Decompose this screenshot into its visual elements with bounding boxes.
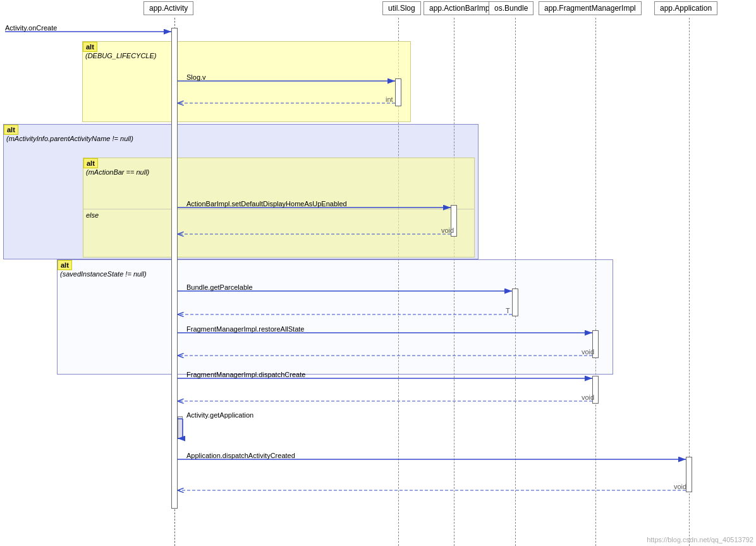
frame-actionbar-divider [83,209,474,209]
return-void-restore: void [582,348,594,356]
label-restoreallstate: FragmentManagerImpl.restoreAllState [186,325,304,333]
participant-activity: app.Activity [143,1,193,15]
activation-slog [395,78,401,106]
participant-actionbar: app.ActionBarImpl [424,1,497,15]
label-oncreate: Activity.onCreate [5,24,57,32]
return-t: T [506,307,510,314]
label-slog-v: Slog.v [186,73,206,81]
sequence-diagram: app.Activity util.Slog app.ActionBarImpl… [0,0,756,546]
label-dispatchcreate: FragmentManagerImpl.dispatchCreate [186,371,305,378]
label-dispatchactivitycreated: Application.dispatchActivityCreated [186,452,295,459]
return-void-app: void [674,483,686,490]
return-void-dispatch: void [582,394,594,401]
frame-parent-activity: alt (mActivityInfo.parentActivityName !=… [3,124,479,259]
frame-savedstate: alt (savedInstanceState != null) [57,259,613,375]
frame-parent-label: alt [4,125,18,135]
frame-debug-lifecycle: alt (DEBUG_LIFECYCLE) [82,41,411,122]
frame-debug-label: alt [83,42,97,52]
participant-fragmentmgr: app.FragmentManagerImpl [539,1,642,15]
watermark: https://blog.csdn.net/qq_40513792 [647,536,753,543]
label-setdefault: ActionBarImpl.setDefaultDisplayHomeAsUpE… [186,200,347,208]
activation-application [686,457,692,492]
activation-activity-main [171,28,178,509]
frame-actionbar-label: alt [83,158,98,168]
activation-activity-getapp [178,416,183,439]
frame-actionbar-else: else [86,211,99,219]
return-int: int [386,96,393,103]
frame-actionbar: alt (mActionBar == null) else [83,158,475,257]
frame-savedstate-condition: (savedInstanceState != null) [60,270,147,278]
frame-debug-condition: (DEBUG_LIFECYCLE) [85,52,156,59]
activation-bundle [512,289,518,316]
participant-util-slog: util.Slog [382,1,421,15]
participant-bundle: os.Bundle [489,1,533,15]
return-void-actionbar: void [441,226,454,234]
label-getapplication: Activity.getApplication [186,411,253,419]
label-getparcelable: Bundle.getParcelable [186,283,253,291]
frame-savedstate-label: alt [58,260,72,270]
frame-actionbar-condition: (mActionBar == null) [86,168,149,176]
participant-application: app.Application [654,1,717,15]
frame-parent-condition: (mActivityInfo.parentActivityName != nul… [6,135,133,142]
